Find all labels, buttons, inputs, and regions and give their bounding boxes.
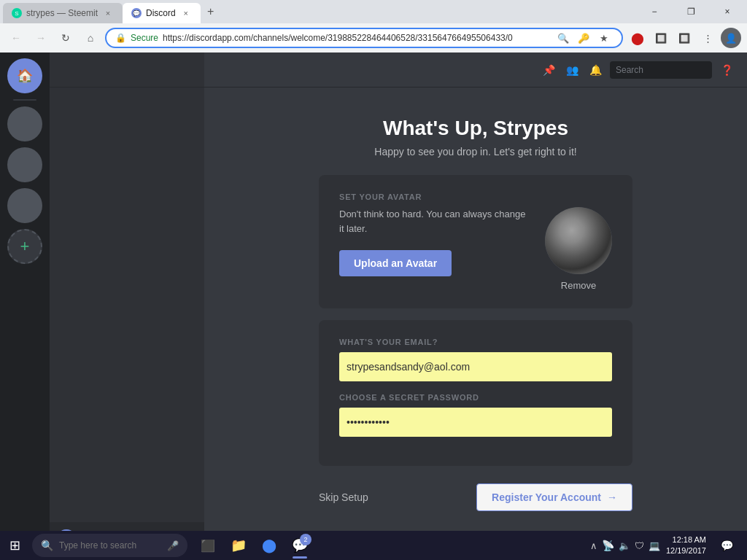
avatar-card: SET YOUR AVATAR Don't think too hard. Yo… <box>319 175 632 308</box>
opera-ext[interactable]: ⬤ <box>627 28 648 48</box>
discord-channels: S strypes #0001 🎤 🔊 ⚙ <box>50 52 204 560</box>
register-account-button[interactable]: Register Your Account → <box>476 483 632 511</box>
start-button[interactable]: ⊞ <box>0 531 29 560</box>
browser-frame: S strypes — Steemit × 💬 Discord × + − ❐ … <box>0 0 747 560</box>
search-icon[interactable]: 🔍 <box>554 29 572 47</box>
discord-taskbar-icon[interactable]: 💬 2 <box>285 531 314 560</box>
email-label: WHAT'S YOUR EMAIL? <box>339 338 612 346</box>
chrome-taskbar[interactable]: ⬤ <box>255 531 284 560</box>
mic-icon: 🎤 <box>167 540 179 551</box>
tab-steemit-label: strypes — Steemit <box>26 8 98 18</box>
home-server-icon[interactable]: 🏠 <box>7 58 42 93</box>
upload-avatar-button[interactable]: Upload an Avatar <box>339 250 452 276</box>
hardware-icon[interactable]: 💻 <box>649 540 660 551</box>
reload-button[interactable]: ↻ <box>55 28 76 48</box>
taskbar-right: ∧ 📡 🔈 🛡 💻 12:18 AM 12/19/2017 💬 <box>584 531 747 560</box>
pin-icon[interactable]: 📌 <box>540 61 557 79</box>
server-icon-1[interactable] <box>7 106 42 141</box>
secure-icon: 🔒 <box>115 33 126 43</box>
welcome-subtitle: Happy to see you drop in. Let's get righ… <box>374 146 576 158</box>
password-label: CHOOSE A SECRET PASSWORD <box>339 393 612 402</box>
network-icon[interactable]: 📡 <box>602 540 614 551</box>
antivirus-icon[interactable]: 🛡 <box>635 540 644 551</box>
email-input[interactable] <box>339 352 612 381</box>
avatar-preview <box>545 207 612 274</box>
register-label: Register Your Account <box>492 491 601 503</box>
main-content: 🏠 + S strypes #0001 <box>0 52 747 560</box>
tab-steemit[interactable]: S strypes — Steemit × <box>3 3 123 23</box>
avatar-right: Remove <box>545 207 612 291</box>
discord-main: 📌 👥 🔔 Search ❓ What's Up, Strypes Happy … <box>204 52 747 560</box>
steemit-favicon: S <box>12 8 22 18</box>
header-search[interactable]: Search <box>610 61 712 79</box>
close-button[interactable]: × <box>711 0 744 23</box>
url-text: https://discordapp.com/channels/welcome/… <box>163 33 550 43</box>
help-icon[interactable]: ❓ <box>718 61 735 79</box>
add-server-icon[interactable]: + <box>7 229 42 264</box>
taskbar-apps: ⬛ 📁 ⬤ 💬 2 <box>193 531 314 560</box>
search-placeholder: Search <box>616 65 643 75</box>
members-icon[interactable]: 👥 <box>563 61 581 79</box>
more-icon[interactable]: ⋮ <box>697 28 718 48</box>
ext-icon-1[interactable]: 🔲 <box>651 28 671 48</box>
clock-date: 12/19/2017 <box>666 545 706 556</box>
back-button[interactable]: ← <box>6 28 26 48</box>
home-button[interactable]: ⌂ <box>80 28 101 48</box>
server-icon-3[interactable] <box>7 188 42 223</box>
action-center-button[interactable]: 💬 <box>712 531 741 560</box>
setup-footer: Skip Setup Register Your Account → <box>319 478 632 517</box>
discord-favicon: 💬 <box>131 8 142 18</box>
star-icon[interactable]: ★ <box>595 29 613 47</box>
remove-avatar-button[interactable]: Remove <box>561 280 596 291</box>
taskbar-search-input[interactable] <box>59 540 161 551</box>
tab-discord-close[interactable]: × <box>180 7 192 19</box>
channel-list[interactable] <box>50 88 204 522</box>
clock-time: 12:18 AM <box>666 534 706 545</box>
maximize-button[interactable]: ❐ <box>674 0 708 23</box>
server-icon-2[interactable] <box>7 147 42 182</box>
file-explorer-taskbar[interactable]: 📁 <box>224 531 253 560</box>
channel-header <box>50 52 204 88</box>
avatar-image <box>545 207 612 274</box>
discord-notification-badge: 2 <box>300 534 311 545</box>
task-view-button[interactable]: ⬛ <box>193 531 222 560</box>
title-bar: S strypes — Steemit × 💬 Discord × + − ❐ … <box>0 0 747 23</box>
forward-button[interactable]: → <box>31 28 51 48</box>
taskbar-search[interactable]: 🔍 🎤 <box>32 534 187 557</box>
secure-label: Secure <box>131 33 158 43</box>
discord-sidebar: 🏠 + <box>0 52 50 560</box>
url-actions: 🔍 🔑 ★ <box>554 29 613 47</box>
window-controls: − ❐ × <box>638 0 744 23</box>
address-bar: ← → ↻ ⌂ 🔒 Secure https://discordapp.com/… <box>0 23 747 52</box>
system-tray: ∧ 📡 🔈 🛡 💻 <box>590 540 660 551</box>
ext-icon-2[interactable]: 🔲 <box>674 28 694 48</box>
sidebar-divider <box>13 99 36 101</box>
profile-icon[interactable]: 👤 <box>721 28 741 48</box>
minimize-button[interactable]: − <box>638 0 671 23</box>
avatar-section-label: SET YOUR AVATAR <box>339 192 612 201</box>
credentials-card: WHAT'S YOUR EMAIL? CHOOSE A SECRET PASSW… <box>319 320 632 466</box>
new-tab-button[interactable]: + <box>201 1 221 22</box>
avatar-left: Don't think too hard. You can always cha… <box>339 207 530 276</box>
url-bar[interactable]: 🔒 Secure https://discordapp.com/channels… <box>105 28 623 48</box>
bookmark-icon[interactable]: 🔑 <box>575 29 592 47</box>
password-input[interactable] <box>339 408 612 437</box>
clock[interactable]: 12:18 AM 12/19/2017 <box>666 534 706 557</box>
taskbar: ⊞ 🔍 🎤 ⬛ 📁 ⬤ 💬 2 ∧ 📡 🔈 🛡 💻 <box>0 531 747 560</box>
browser-actions: ⬤ 🔲 🔲 ⋮ 👤 <box>627 28 741 48</box>
tab-steemit-close[interactable]: × <box>102 7 114 19</box>
avatar-description: Don't think too hard. You can always cha… <box>339 207 530 236</box>
register-arrow: → <box>607 491 617 503</box>
welcome-title: What's Up, Strypes <box>383 117 568 140</box>
volume-icon[interactable]: 🔈 <box>619 540 630 551</box>
welcome-container: What's Up, Strypes Happy to see you drop… <box>204 88 747 546</box>
tab-discord-label: Discord <box>146 8 176 18</box>
notifications-icon[interactable]: 🔔 <box>587 61 604 79</box>
main-header: 📌 👥 🔔 Search ❓ <box>204 52 747 88</box>
skip-setup-link[interactable]: Skip Setup <box>319 491 368 503</box>
avatar-card-content: Don't think too hard. You can always cha… <box>339 207 612 291</box>
tab-discord[interactable]: 💬 Discord × <box>123 3 201 23</box>
tray-chevron-icon[interactable]: ∧ <box>590 540 597 551</box>
